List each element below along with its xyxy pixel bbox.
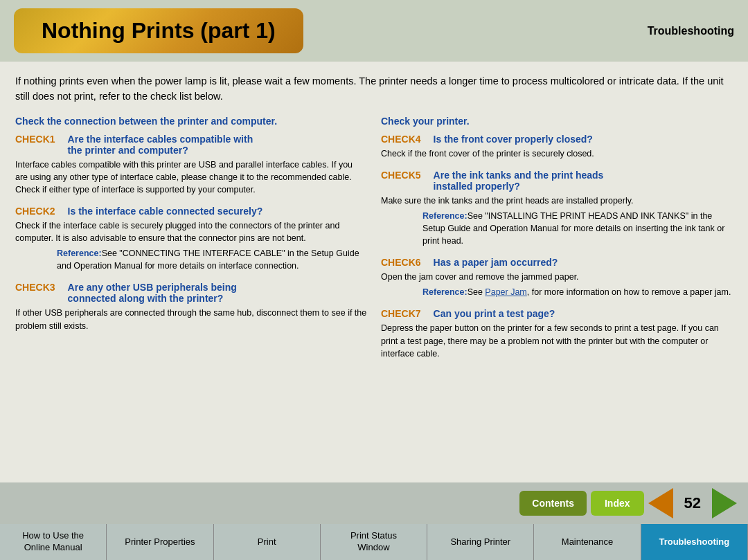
check1-question: Are the interface cables compatible with… <box>68 134 253 156</box>
check4-item: CHECK4 Is the front cover properly close… <box>381 134 733 160</box>
check6-question: Has a paper jam occurred? <box>434 257 558 268</box>
check3-description: If other USB peripherals are connected t… <box>15 307 367 332</box>
check6-reference-text: See <box>467 287 486 297</box>
check1-item: CHECK1 Are the interface cables compatib… <box>15 134 367 196</box>
contents-button[interactable]: Contents <box>519 491 587 516</box>
two-columns: Check the connection between the printer… <box>15 116 733 370</box>
footer-tabs: How to Use theOnline Manual Printer Prop… <box>0 524 748 560</box>
check1-question-block: CHECK1 Are the interface cables compatib… <box>15 134 367 156</box>
check6-label: CHECK6 <box>381 257 421 268</box>
next-button[interactable] <box>712 488 737 518</box>
check3-label: CHECK3 <box>15 282 55 293</box>
right-section-heading: Check your printer. <box>381 116 733 127</box>
check5-reference-label: Reference: <box>422 211 467 221</box>
main-container: Nothing Prints (part 1) Troubleshooting … <box>0 0 748 560</box>
check3-question-block: CHECK3 Are any other USB peripherals bei… <box>15 282 367 304</box>
check5-question: Are the ink tanks and the print headsins… <box>434 170 604 192</box>
check2-reference-text: See "CONNECTING THE INTERFACE CABLE" in … <box>57 249 359 271</box>
check6-item: CHECK6 Has a paper jam occurred? Open th… <box>381 257 733 298</box>
tab-how-to-use[interactable]: How to Use theOnline Manual <box>0 524 107 560</box>
check2-reference: Reference:See "CONNECTING THE INTERFACE … <box>15 247 367 272</box>
index-button[interactable]: Index <box>591 491 644 516</box>
check2-label: CHECK2 <box>15 206 55 217</box>
check6-reference-text2: , for more information on how to remove … <box>527 287 731 297</box>
tab-maintenance[interactable]: Maintenance <box>534 524 641 560</box>
left-column: Check the connection between the printer… <box>15 116 367 370</box>
tab-sharing-printer[interactable]: Sharing Printer <box>427 524 534 560</box>
tab-troubleshooting[interactable]: Troubleshooting <box>641 524 748 560</box>
title-box: Nothing Prints (part 1) <box>14 8 303 53</box>
check6-reference-label: Reference: <box>422 287 467 297</box>
check5-description: Make sure the ink tanks and the print he… <box>381 195 733 207</box>
check7-description: Depress the paper button on the printer … <box>381 322 733 359</box>
check2-item: CHECK2 Is the interface cable connected … <box>15 206 367 273</box>
tab-print[interactable]: Print <box>214 524 321 560</box>
check5-question-block: CHECK5 Are the ink tanks and the print h… <box>381 170 733 192</box>
page-title: Nothing Prints (part 1) <box>42 18 276 43</box>
check6-description: Open the jam cover and remove the jammed… <box>381 271 733 283</box>
check3-question: Are any other USB peripherals beingconne… <box>68 282 237 304</box>
check1-label: CHECK1 <box>15 134 55 145</box>
check5-reference: Reference:See "INSTALLING THE PRINT HEAD… <box>381 210 733 247</box>
check5-label: CHECK5 <box>381 170 421 181</box>
bottom-nav-row: Contents Index 52 <box>0 482 748 524</box>
check6-reference-link[interactable]: Paper Jam <box>485 287 526 297</box>
prev-button[interactable] <box>648 488 673 518</box>
check2-description: Check if the interface cable is securely… <box>15 219 367 244</box>
content-area: If nothing prints even when the power la… <box>0 62 748 482</box>
check7-question-block: CHECK7 Can you print a test page? <box>381 308 733 319</box>
check3-item: CHECK3 Are any other USB peripherals bei… <box>15 282 367 332</box>
check6-question-block: CHECK6 Has a paper jam occurred? <box>381 257 733 268</box>
check4-question-block: CHECK4 Is the front cover properly close… <box>381 134 733 145</box>
check2-question: Is the interface cable connected securel… <box>68 206 263 217</box>
check4-description: Check if the front cover of the printer … <box>381 147 733 160</box>
check6-reference: Reference:See Paper Jam, for more inform… <box>381 286 733 298</box>
left-section-heading: Check the connection between the printer… <box>15 116 367 127</box>
right-column: Check your printer. CHECK4 Is the front … <box>381 116 733 370</box>
check1-description: Interface cables compatible with this pr… <box>15 159 367 196</box>
tab-printer-properties[interactable]: Printer Properties <box>107 524 213 560</box>
page-number: 52 <box>677 494 708 512</box>
check7-item: CHECK7 Can you print a test page? Depres… <box>381 308 733 359</box>
check4-question: Is the front cover properly closed? <box>434 134 593 145</box>
header: Nothing Prints (part 1) Troubleshooting <box>0 0 748 62</box>
check7-label: CHECK7 <box>381 308 421 319</box>
check4-label: CHECK4 <box>381 134 421 145</box>
check5-item: CHECK5 Are the ink tanks and the print h… <box>381 170 733 248</box>
check5-reference-text: See "INSTALLING THE PRINT HEADS AND INK … <box>422 211 724 246</box>
page-category: Troubleshooting <box>648 25 734 37</box>
check2-reference-label: Reference: <box>57 249 102 258</box>
intro-text: If nothing prints even when the power la… <box>15 74 733 105</box>
tab-print-status-window[interactable]: Print StatusWindow <box>321 524 427 560</box>
check7-question: Can you print a test page? <box>434 308 555 319</box>
check2-question-block: CHECK2 Is the interface cable connected … <box>15 206 367 217</box>
